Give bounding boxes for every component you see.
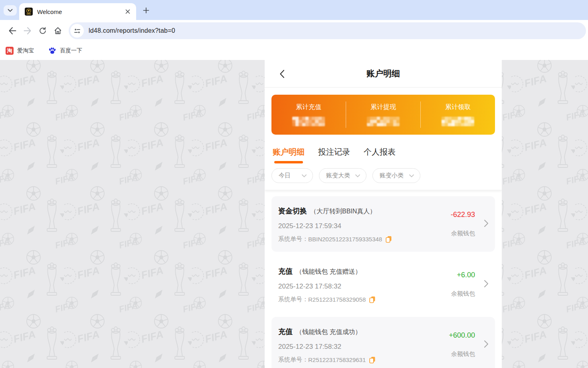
censored-pixel	[295, 117, 299, 120]
censored-pixel	[295, 123, 299, 126]
wallet-label: 余额钱包	[451, 230, 475, 237]
censored-pixel	[396, 123, 400, 126]
censored-pixel	[468, 120, 471, 123]
censored-pixel	[367, 117, 370, 120]
censored-pixel	[458, 120, 461, 123]
new-tab-button[interactable]	[141, 5, 151, 16]
copy-icon[interactable]	[369, 296, 376, 303]
back-button[interactable]	[5, 23, 20, 38]
censored-pixel	[393, 123, 396, 126]
transaction-amount: +6.00	[457, 271, 475, 279]
transaction-row[interactable]: 充值 （钱能钱包 充值成功） 2025-12-23 17:58:32 系统单号：…	[271, 317, 495, 368]
transaction-datetime: 2025-12-23 17:58:32	[278, 343, 488, 351]
censored-pixel	[451, 123, 455, 126]
bookmark-taobao[interactable]: 淘 爱淘宝	[6, 47, 34, 55]
close-tab-icon[interactable]	[123, 7, 132, 16]
reload-icon	[38, 26, 47, 35]
transaction-title: 充值	[278, 327, 293, 336]
wallet-label: 余额钱包	[451, 290, 475, 298]
hidden-value-withdraw	[367, 117, 400, 126]
censored-pixel	[448, 120, 451, 123]
censored-pixel	[373, 117, 376, 120]
transaction-subtitle: （大厅转到BBIN真人）	[310, 207, 376, 216]
browser-tab[interactable]: Welcome	[19, 3, 136, 20]
tune-icon	[74, 28, 81, 34]
censored-pixel	[390, 117, 393, 120]
filter-minor-type-dropdown[interactable]: 账变小类	[372, 168, 420, 183]
panel-header: 账户明细	[265, 60, 502, 88]
tab-bet-records[interactable]: 投注记录	[318, 147, 350, 163]
filter-label: 账变大类	[326, 172, 350, 179]
censored-pixel	[383, 117, 386, 120]
censored-pixel	[295, 120, 299, 123]
chevron-right-icon[interactable]	[484, 280, 489, 289]
order-number: R2512231758329058	[308, 296, 366, 303]
plus-icon	[143, 7, 149, 14]
hidden-value-claim	[441, 117, 474, 126]
home-icon	[53, 26, 62, 35]
censored-pixel	[315, 123, 318, 126]
browser-window: Welcome	[0, 0, 588, 368]
bookmark-label: 百度一下	[60, 47, 82, 54]
censored-pixel	[396, 120, 400, 123]
order-number: BBIN202512231759335348	[308, 236, 382, 243]
filter-major-type-dropdown[interactable]: 账变大类	[319, 168, 366, 183]
order-number: R2512231758329631	[308, 356, 366, 363]
filter-date-dropdown[interactable]: 今日	[271, 168, 313, 183]
censored-pixel	[468, 123, 471, 126]
chevron-right-icon[interactable]	[484, 219, 489, 229]
censored-pixel	[370, 117, 373, 120]
tab-search-button[interactable]	[4, 5, 17, 16]
back-arrow-icon	[8, 26, 17, 35]
censored-pixel	[312, 117, 315, 120]
censored-pixel	[386, 117, 390, 120]
transaction-datetime: 2025-12-23 17:59:34	[278, 222, 488, 230]
hidden-value-recharge	[292, 117, 325, 126]
censored-pixel	[451, 120, 455, 123]
censored-pixel	[471, 123, 474, 126]
home-button[interactable]	[50, 23, 65, 38]
forward-button[interactable]	[20, 23, 35, 38]
transaction-row[interactable]: 资金切换 （大厅转到BBIN真人） 2025-12-23 17:59:34 系统…	[271, 196, 495, 252]
browser-toolbar: ld48.com/reports/index?tab=0	[0, 20, 588, 42]
censored-pixel	[458, 123, 461, 126]
censored-pixel	[302, 120, 305, 123]
chevron-right-icon[interactable]	[484, 340, 489, 350]
tab-account-detail[interactable]: 账户明细	[273, 147, 305, 163]
censored-pixel	[370, 123, 373, 126]
summary-withdraw: 累计提现	[346, 95, 420, 135]
censored-pixel	[471, 120, 474, 123]
censored-pixel	[445, 123, 448, 126]
censored-pixel	[322, 120, 325, 123]
censored-pixel	[377, 120, 380, 123]
chevron-down-icon	[8, 9, 13, 12]
censored-pixel	[464, 120, 467, 123]
tab-personal-report[interactable]: 个人报表	[364, 147, 396, 163]
censored-pixel	[315, 120, 318, 123]
transaction-datetime: 2025-12-23 17:58:32	[278, 282, 488, 290]
censored-pixel	[367, 120, 370, 123]
site-info-button[interactable]	[70, 24, 84, 38]
censored-pixel	[445, 117, 448, 120]
tab-strip: Welcome	[0, 0, 588, 20]
censored-pixel	[458, 117, 461, 120]
reload-button[interactable]	[35, 23, 50, 38]
tab-title: Welcome	[37, 8, 123, 15]
url-text[interactable]: ld48.com/reports/index?tab=0	[89, 27, 175, 34]
censored-pixel	[390, 120, 393, 123]
summary-label: 累计提现	[370, 103, 396, 111]
transaction-title: 充值	[278, 267, 293, 276]
transaction-row[interactable]: 充值 （钱能钱包 充值赠送） 2025-12-23 17:58:32 系统单号：…	[271, 257, 495, 312]
chevron-down-icon	[355, 174, 360, 177]
censored-pixel	[386, 123, 390, 126]
copy-icon[interactable]	[386, 236, 392, 243]
censored-pixel	[292, 123, 295, 126]
address-bar[interactable]: ld48.com/reports/index?tab=0	[69, 22, 586, 39]
bookmark-baidu[interactable]: 百度一下	[48, 47, 82, 55]
back-icon[interactable]	[277, 69, 287, 79]
copy-icon[interactable]	[369, 356, 376, 364]
bookmark-label: 爱淘宝	[17, 47, 34, 54]
censored-pixel	[393, 120, 396, 123]
censored-pixel	[319, 120, 322, 123]
censored-pixel	[309, 120, 312, 123]
